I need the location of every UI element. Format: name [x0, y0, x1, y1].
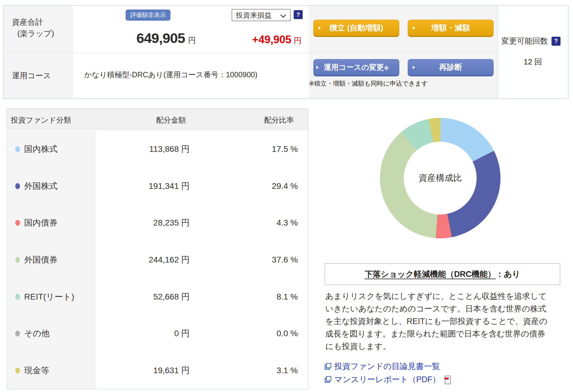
monthly-report-link-text: マンスリーレポート（PDF）	[334, 374, 440, 385]
arrow-icon	[413, 26, 415, 30]
allocation-amount: 19,631 円	[153, 365, 190, 376]
tsumitate-button-label: 積立 (自動増額)	[329, 23, 383, 33]
pl-help-icon[interactable]: ?	[294, 10, 303, 19]
category-label: 国内株式	[24, 143, 58, 155]
rediagnose-button[interactable]: 再診断	[408, 59, 494, 76]
arrow-icon	[316, 66, 319, 69]
drc-feature-link[interactable]: 下落ショック軽減機能（DRC機能）	[365, 269, 496, 280]
category-color-dot	[15, 146, 20, 152]
allocation-amount: 113,868 円	[149, 143, 190, 155]
summary-row-divider	[4, 53, 497, 53]
pdf-file-icon[interactable]	[444, 376, 451, 384]
arrow-icon	[413, 66, 415, 69]
change-count-row: 変更可能回数 ?	[501, 36, 560, 46]
allocation-ratio: 4.3 %	[276, 218, 298, 228]
table-row: 外国株式191,341 円29.4 %	[7, 168, 308, 205]
asset-total-value: 649,905 円	[90, 30, 196, 46]
allocation-amount: 28,235 円	[153, 217, 190, 229]
category-color-dot	[15, 331, 20, 337]
pl-period-selected-value: 投資来損益	[236, 10, 272, 20]
table-row: 外国債券244,162 円37.6 %	[7, 241, 308, 278]
category-color-dot	[15, 368, 20, 374]
table-row: その他0 円0.0 %	[7, 315, 308, 352]
course-label: 運用コース	[12, 70, 51, 81]
table-row: REIT(リート)52,668 円8.1 %	[7, 278, 308, 315]
rediagnose-button-label: 再診断	[439, 62, 462, 72]
zougaku-gengaku-button[interactable]: 増額・減額	[408, 20, 494, 37]
zougaku-gengaku-button-label: 増額・減額	[431, 23, 470, 33]
category-label: 外国株式	[24, 180, 58, 192]
allocation-ratio: 8.1 %	[276, 292, 298, 302]
tsumitate-button[interactable]: 積立 (自動増額)	[313, 20, 399, 37]
allocation-amount: 191,341 円	[149, 180, 190, 192]
pl-value: +49,905 円	[209, 33, 301, 46]
allocation-ratio: 3.1 %	[276, 366, 298, 375]
drc-feature-box: 下落ショック軽減機能（DRC機能） ：あり	[325, 263, 560, 285]
pl-amount: +49,905	[252, 33, 291, 46]
course-description: あまりリスクを気にしすぎずに、とことん収益性を追求して いきたいあなたのためのコ…	[325, 290, 573, 353]
course-value: かなり積極型-DRCあり(運用コース番号：1000900)	[84, 70, 258, 80]
new-window-icon	[325, 363, 331, 370]
asset-total-label: 資産合計	[12, 17, 43, 27]
change-count-label: 変更可能回数	[501, 36, 548, 46]
course-change-note-mark: ※	[384, 65, 389, 72]
arrow-icon	[318, 26, 321, 30]
monthly-report-link[interactable]: マンスリーレポート（PDF）	[325, 374, 451, 385]
asset-total-sublabel: (楽ラップ)	[17, 28, 54, 39]
category-color-dot	[15, 257, 20, 263]
category-label: 現金等	[24, 365, 49, 376]
right-column-divider	[497, 6, 498, 98]
drc-feature-status: ：あり	[496, 269, 520, 280]
header-fund-category: 投資ファンド分類	[11, 115, 71, 125]
allocation-ratio: 0.0 %	[276, 329, 298, 338]
header-allocation-ratio: 配分比率	[249, 115, 309, 125]
asset-total-unit: 円	[188, 35, 196, 46]
change-count-help-icon[interactable]: ?	[552, 37, 560, 46]
category-label: REIT(リート)	[24, 291, 74, 303]
category-label: その他	[24, 328, 50, 339]
header-allocation-amount: 配分金額	[141, 115, 201, 125]
category-label: 外国債券	[24, 254, 58, 266]
allocation-ratio: 37.6 %	[272, 255, 298, 265]
allocation-amount: 244,162 円	[149, 254, 190, 266]
table-row: 現金等19,631 円3.1 %	[7, 352, 308, 389]
prospectus-link[interactable]: 投資ファンドの目論見書一覧	[325, 361, 440, 372]
allocation-amount: 52,668 円	[153, 291, 190, 303]
new-window-icon	[325, 376, 331, 383]
allocation-ratio: 17.5 %	[272, 144, 298, 154]
chevron-down-icon	[280, 12, 286, 18]
pl-period-select[interactable]: 投資来損益	[232, 9, 291, 21]
category-color-dot	[15, 220, 20, 226]
hide-valuation-button[interactable]: 評価額非表示	[126, 10, 170, 21]
donut-center-label: 資産構成比	[404, 142, 477, 214]
course-change-button-label: 運用コースの変更	[324, 62, 384, 72]
allocation-table-body: 国内株式113,868 円17.5 %外国株式191,341 円29.4 %国内…	[7, 131, 308, 389]
course-change-button[interactable]: 運用コースの変更 ※	[313, 59, 399, 76]
pl-unit: 円	[294, 36, 301, 46]
table-row: 国内株式113,868 円17.5 %	[7, 131, 308, 168]
category-color-dot	[15, 183, 20, 189]
table-row: 国内債券28,235 円4.3 %	[7, 204, 308, 241]
simultaneous-apply-note: ※積立・増額・減額も同時に申込できます	[309, 79, 428, 88]
prospectus-link-text: 投資ファンドの目論見書一覧	[334, 361, 440, 372]
category-label: 国内債券	[24, 217, 58, 229]
change-count-value: 12 回	[498, 57, 568, 67]
asset-total-amount: 649,905	[136, 30, 185, 46]
category-color-dot	[15, 294, 20, 300]
allocation-amount: 0 円	[174, 328, 190, 339]
allocation-ratio: 29.4 %	[272, 181, 298, 191]
